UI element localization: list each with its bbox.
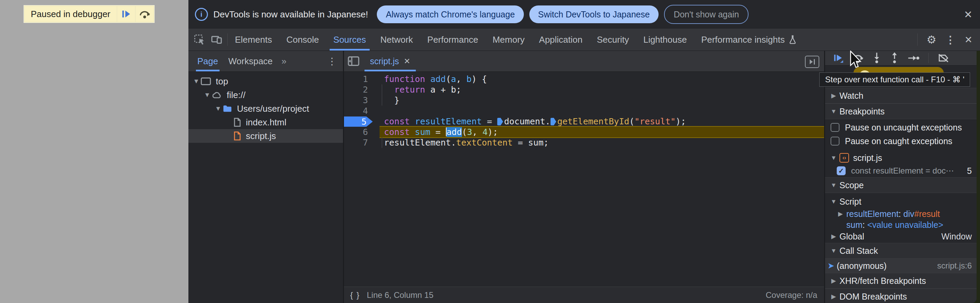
line-number[interactable]: 7	[344, 137, 368, 148]
tab-elements[interactable]: Elements	[228, 29, 279, 51]
pause-caught-checkbox[interactable]	[830, 136, 840, 146]
code-line-4[interactable]: 4	[344, 106, 824, 116]
chevron-down-icon: ▼	[825, 182, 840, 189]
breakpoints-section-header[interactable]: ▼ Breakpoints	[825, 103, 977, 119]
breakpoint-entry-row[interactable]: ✓ const resultElement = doc⋯ 5	[825, 164, 977, 177]
code-line-5[interactable]: 5const resultElement = document.getEleme…	[344, 116, 824, 127]
more-options-icon[interactable]: ⋮	[945, 34, 956, 46]
scope-script-section[interactable]: ▼ Script	[825, 195, 977, 208]
code-line-7[interactable]: 7resultElement.textContent = sum;	[344, 137, 824, 148]
code-token: 4	[482, 127, 488, 137]
code-token: getElementById	[557, 116, 630, 126]
always-match-language-button[interactable]: Always match Chrome's language	[377, 5, 523, 23]
tree-item-top[interactable]: ▼top	[188, 75, 343, 88]
step-over-button-banner[interactable]	[135, 6, 154, 22]
line-number[interactable]: 2	[344, 84, 368, 95]
file-js-icon	[234, 131, 241, 141]
scope-section-header[interactable]: ▼ Scope	[825, 177, 977, 193]
code-token: );	[488, 127, 498, 137]
code-line-3[interactable]: 3 }	[344, 95, 824, 106]
code-token: const	[384, 116, 410, 126]
watch-section-header[interactable]: ▶ Watch	[825, 88, 977, 103]
toggle-navigator-icon[interactable]	[344, 51, 363, 71]
code-editor: script.js ✕ 1function add(a, b) {2 retur…	[344, 51, 824, 303]
tab-page[interactable]: Page	[196, 51, 220, 71]
line-number[interactable]: 6	[344, 127, 368, 137]
tab-memory[interactable]: Memory	[485, 29, 532, 51]
breakpoint-marker[interactable]: 5	[344, 116, 373, 127]
chevron-right-icon: ▶	[825, 293, 840, 300]
tab-sources[interactable]: Sources	[326, 29, 373, 51]
tab-workspace[interactable]: Workspace	[227, 51, 274, 71]
navigator-more-icon[interactable]: ⋮	[327, 56, 337, 67]
notification-close-icon[interactable]: ✕	[964, 8, 972, 21]
breakpoint-checkbox[interactable]: ✓	[837, 167, 846, 175]
breakpoint-file-group[interactable]: ▼ ‹› script.js	[825, 151, 977, 164]
close-devtools-icon[interactable]: ✕	[965, 34, 972, 46]
pause-uncaught-checkbox[interactable]	[830, 123, 840, 132]
editor-tab-scriptjs[interactable]: script.js ✕	[363, 51, 417, 71]
chevron-right-icon: ▶	[825, 277, 840, 284]
line-number[interactable]: 3	[344, 95, 368, 106]
settings-gear-icon[interactable]: ⚙	[927, 33, 937, 46]
code-area[interactable]: 1function add(a, b) {2 return a + b;3 }4…	[344, 72, 824, 287]
mouse-cursor	[849, 51, 862, 70]
xhr-breakpoints-section-header[interactable]: ▶ XHR/fetch Breakpoints	[825, 273, 977, 289]
inspect-element-icon[interactable]	[194, 34, 205, 45]
code-line-content: return a + b;	[380, 84, 824, 95]
code-token: }	[384, 95, 399, 105]
code-token: =	[430, 127, 445, 137]
tree-item-file-[interactable]: ▼file://	[188, 88, 343, 102]
call-stack-frame[interactable]: ➤ (anonymous) script.js:6	[825, 259, 977, 273]
scope-var-resultelement[interactable]: ▶ resultElement : div #result	[825, 208, 977, 220]
navigator-overflow-icon[interactable]: »	[282, 56, 286, 67]
frame-icon	[201, 77, 211, 86]
tab-performance[interactable]: Performance	[420, 29, 485, 51]
dont-show-again-button[interactable]: Don't show again	[664, 5, 749, 24]
chevron-down-icon: ▼	[825, 247, 840, 254]
editor-tab-close-icon[interactable]: ✕	[404, 57, 410, 66]
inline-breakpoint-candidate-icon[interactable]	[550, 118, 556, 125]
step-out-icon[interactable]	[890, 52, 899, 64]
code-token: ,	[472, 127, 482, 137]
resume-script-button[interactable]	[116, 6, 135, 22]
code-token: b	[466, 74, 471, 84]
code-line-6[interactable]: 6const sum = add(3, 4);	[344, 127, 824, 137]
tab-application[interactable]: Application	[532, 29, 590, 51]
line-number[interactable]: 4	[344, 106, 368, 116]
dom-breakpoints-section-header[interactable]: ▶ DOM Breakpoints	[825, 289, 977, 303]
deactivate-breakpoints-icon[interactable]	[938, 53, 949, 63]
toggle-device-toolbar-icon[interactable]	[211, 34, 223, 45]
chevron-right-icon: ▶	[825, 92, 840, 99]
pause-on-uncaught-row: Pause on uncaught exceptions	[825, 121, 977, 134]
code-token: const	[384, 127, 410, 137]
line-number[interactable]: 1	[344, 74, 368, 84]
tab-network[interactable]: Network	[373, 29, 420, 51]
chevron-down-icon[interactable]: ▼	[192, 78, 201, 85]
call-stack-section-header[interactable]: ▼ Call Stack	[825, 243, 977, 259]
tab-security[interactable]: Security	[590, 29, 636, 51]
pretty-print-icon[interactable]: { }	[350, 290, 360, 300]
switch-to-japanese-button[interactable]: Switch DevTools to Japanese	[529, 5, 659, 23]
tree-item-index-html[interactable]: index.html	[188, 116, 343, 129]
code-line-content: const sum = add(3, 4);	[380, 126, 824, 138]
inline-breakpoint-candidate-icon[interactable]	[497, 118, 503, 125]
tab-performance-insights[interactable]: Performance insights	[694, 29, 804, 51]
scope-global-section[interactable]: ▶ Global Window	[825, 230, 977, 243]
code-line-2[interactable]: 2 return a + b;	[344, 84, 824, 95]
resume-script-icon[interactable]	[833, 53, 843, 63]
tree-item-users-user-project[interactable]: ▼Users/user/project	[188, 102, 343, 116]
chevron-down-icon[interactable]: ▼	[214, 105, 223, 113]
scope-var-sum[interactable]: sum : <value unavailable>	[825, 220, 977, 230]
code-line-1[interactable]: 1function add(a, b) {	[344, 74, 824, 84]
step-into-icon[interactable]	[872, 52, 881, 64]
code-token: (	[629, 116, 634, 126]
tree-item-script-js[interactable]: script.js	[188, 129, 343, 143]
devtools-window: i DevTools is now available in Japanese!…	[188, 0, 980, 303]
code-token: resultElement.	[384, 138, 456, 148]
tab-lighthouse[interactable]: Lighthouse	[636, 29, 694, 51]
step-icon[interactable]	[908, 54, 920, 62]
tab-console[interactable]: Console	[279, 29, 326, 51]
chevron-down-icon[interactable]: ▼	[203, 91, 212, 99]
hide-debugger-sidebar-icon[interactable]	[805, 56, 819, 68]
